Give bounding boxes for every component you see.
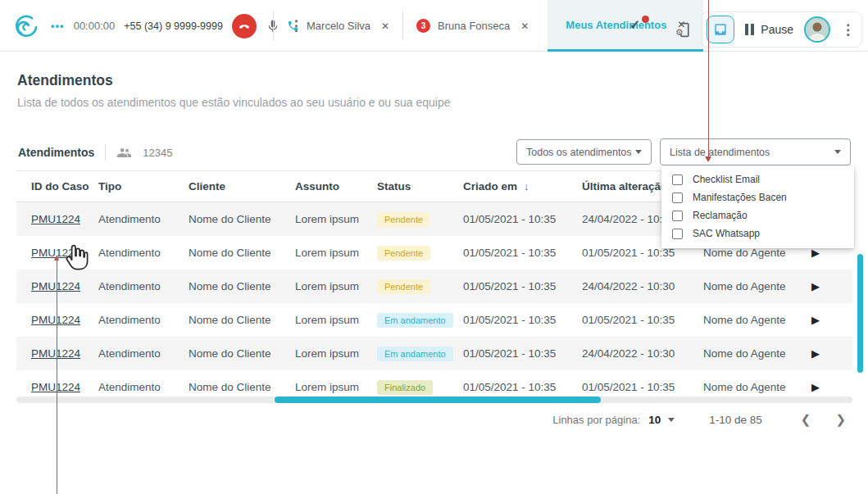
case-id-link[interactable]: PMU1224 bbox=[31, 347, 98, 360]
filter-option-label: Checklist Email bbox=[693, 174, 760, 185]
case-id-link[interactable]: PMU1224 bbox=[31, 280, 98, 292]
hangup-call-button[interactable] bbox=[232, 14, 257, 39]
annotation-line-case-id bbox=[57, 261, 57, 494]
call-timer: 00:00:00 bbox=[74, 20, 116, 32]
table-row[interactable]: PMU1224AtendimentoNome do ClienteLorem i… bbox=[16, 337, 852, 370]
horizontal-scrollbar-track[interactable] bbox=[16, 397, 852, 403]
filter-all-select[interactable]: Todos os atendimentos bbox=[516, 139, 652, 165]
section-title: Atendimentos bbox=[18, 146, 94, 159]
tasks-notification-button[interactable]: ✓ bbox=[629, 17, 649, 37]
rows-per-page-select[interactable]: 10 bbox=[648, 414, 675, 426]
agent-cell: Nome do Agente bbox=[703, 381, 811, 393]
play-button[interactable]: ▶ bbox=[811, 314, 820, 326]
phone-settings-button[interactable]: ⚙ bbox=[675, 21, 693, 39]
created-at-cell: 01/05/2021 - 10:35 bbox=[463, 347, 582, 360]
filter-option[interactable]: Checklist Email bbox=[661, 170, 854, 188]
checkbox[interactable] bbox=[672, 229, 683, 239]
filter-option[interactable]: Manifestações Bacen bbox=[661, 188, 854, 206]
client-cell: Nome do Cliente bbox=[189, 347, 295, 360]
filter-option-label: SAC Whatsapp bbox=[693, 228, 760, 239]
chevron-down-icon bbox=[834, 150, 841, 154]
status-badge: Pendente bbox=[377, 212, 430, 227]
horizontal-scrollbar-thumb[interactable] bbox=[275, 397, 601, 403]
client-cell: Nome do Cliente bbox=[189, 213, 295, 225]
tab-bruna-fonseca[interactable]: 3 Bruna Fonseca ✕ bbox=[403, 0, 542, 52]
case-id-link[interactable]: PMU1224 bbox=[31, 247, 98, 259]
pagination-range: 1-10 de 85 bbox=[709, 414, 762, 426]
agent-controls-box: Pause ⋮ bbox=[701, 11, 862, 48]
updated-at-cell: 24/04/2022 - 10:30 bbox=[582, 280, 703, 292]
created-at-cell: 01/05/2021 - 10:35 bbox=[463, 314, 582, 326]
table-row[interactable]: PMU1224AtendimentoNome do ClienteLorem i… bbox=[16, 270, 852, 303]
pagination-nav: ❮ ❯ bbox=[798, 412, 848, 427]
filter-option[interactable]: Reclamação bbox=[661, 206, 854, 224]
client-cell: Nome do Cliente bbox=[189, 381, 295, 393]
tab-close-icon[interactable]: ✕ bbox=[381, 20, 389, 32]
record-count: 12345 bbox=[143, 147, 172, 159]
table-row[interactable]: PMU1224AtendimentoNome do ClienteLorem i… bbox=[16, 303, 852, 337]
pause-icon bbox=[745, 24, 754, 35]
group-icon bbox=[116, 145, 132, 161]
call-phone-number: +55 (34) 9 9999-9999 bbox=[124, 20, 223, 32]
tab-notification-badge: 3 bbox=[416, 19, 430, 33]
phone-call-icon bbox=[287, 20, 299, 32]
client-cell: Nome do Cliente bbox=[189, 247, 295, 259]
status-badge: Finalizado bbox=[377, 380, 433, 395]
play-button[interactable]: ▶ bbox=[811, 247, 820, 259]
agent-cell: Nome do Agente bbox=[703, 280, 811, 292]
type-cell: Atendimento bbox=[98, 280, 189, 292]
filter-option-label: Reclamação bbox=[693, 210, 748, 221]
pagination: Linhas por página: 10 1-10 de 85 ❮ ❯ bbox=[552, 412, 848, 427]
play-button[interactable]: ▶ bbox=[811, 381, 820, 393]
agent-cell: Nome do Agente bbox=[703, 314, 811, 326]
inbox-button[interactable] bbox=[707, 16, 734, 43]
case-id-link[interactable]: PMU1224 bbox=[31, 314, 98, 326]
tab-marcelo-silva[interactable]: Marcelo Silva ✕ bbox=[274, 0, 402, 52]
previous-page-button[interactable]: ❮ bbox=[798, 412, 814, 427]
topbar: ••• 00:00:00 +55 (34) 9 9999-9999 ⋮ Marc… bbox=[0, 0, 868, 52]
user-avatar[interactable] bbox=[804, 16, 830, 43]
case-id-link[interactable]: PMU1224 bbox=[31, 381, 98, 393]
updated-at-cell: 01/05/2021 - 10:35 bbox=[582, 247, 703, 259]
inbox-icon bbox=[713, 22, 728, 37]
case-id-link[interactable]: PMU1224 bbox=[31, 213, 98, 225]
checkbox[interactable] bbox=[672, 211, 683, 221]
filter-list-select[interactable]: Lista de atendimentos bbox=[660, 138, 851, 165]
subject-cell: Lorem ipsum bbox=[295, 381, 377, 393]
tab-close-icon[interactable]: ✕ bbox=[520, 20, 529, 32]
app-window: ••• 00:00:00 +55 (34) 9 9999-9999 ⋮ Marc… bbox=[0, 0, 868, 494]
page-title: Atendimentos bbox=[17, 72, 113, 89]
list-toolbar: Atendimentos 12345 bbox=[18, 144, 173, 161]
pause-label: Pause bbox=[761, 23, 793, 36]
updated-at-cell: 01/05/2021 - 10:35 bbox=[582, 381, 703, 393]
profile-more-options-button[interactable]: ⋮ bbox=[841, 23, 855, 37]
avatar-photo bbox=[806, 18, 829, 41]
type-cell: Atendimento bbox=[98, 314, 189, 326]
checkbox[interactable] bbox=[672, 174, 683, 185]
created-at-cell: 01/05/2021 - 10:35 bbox=[463, 280, 582, 292]
agent-cell: Nome do Agente bbox=[703, 247, 811, 259]
filter-option[interactable]: SAC Whatsapp bbox=[661, 224, 854, 242]
subject-cell: Lorem ipsum bbox=[295, 247, 377, 259]
agent-cell: Nome do Agente bbox=[703, 347, 811, 360]
vertical-scrollbar-thumb[interactable] bbox=[857, 254, 863, 373]
type-cell: Atendimento bbox=[98, 213, 189, 225]
subject-cell: Lorem ipsum bbox=[295, 280, 377, 292]
checkbox[interactable] bbox=[672, 193, 683, 203]
status-badge: Pendente bbox=[377, 246, 430, 261]
next-page-button[interactable]: ❯ bbox=[833, 412, 848, 427]
updated-at-cell: 01/05/2021 - 10:35 bbox=[582, 314, 703, 326]
type-cell: Atendimento bbox=[98, 247, 189, 259]
tab-label: Meus Atendimentos bbox=[566, 19, 666, 31]
subject-cell: Lorem ipsum bbox=[295, 213, 377, 225]
rows-per-page-value: 10 bbox=[648, 414, 661, 426]
svg-text:⚙: ⚙ bbox=[675, 26, 683, 36]
pause-button[interactable]: Pause bbox=[745, 23, 793, 36]
column-header: ID do Caso bbox=[31, 180, 98, 193]
play-button[interactable]: ▶ bbox=[811, 347, 820, 360]
arrow-up-icon bbox=[54, 256, 59, 261]
divider bbox=[105, 144, 106, 161]
play-button[interactable]: ▶ bbox=[811, 280, 820, 292]
sort-descending-icon[interactable]: ↓ bbox=[524, 180, 529, 193]
topbar-right-controls: ⚙ Pause ⋮ bbox=[675, 11, 862, 48]
